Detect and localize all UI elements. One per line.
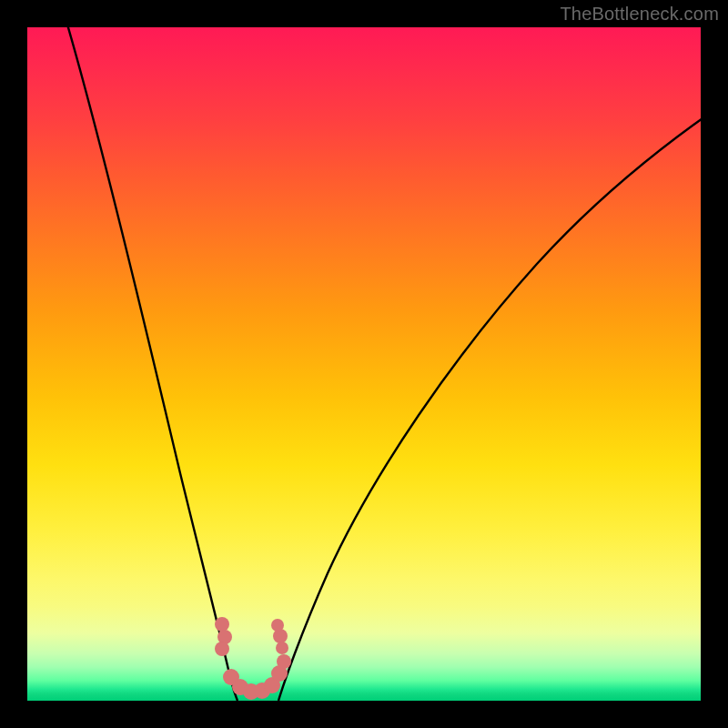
curve-left-branch — [66, 27, 238, 701]
svg-point-12 — [271, 619, 284, 632]
bottleneck-curve — [27, 27, 701, 701]
svg-point-0 — [215, 617, 229, 632]
plot-area — [27, 27, 701, 701]
svg-point-11 — [276, 642, 288, 654]
svg-point-9 — [277, 654, 291, 669]
chart-frame: TheBottleneck.com — [0, 0, 728, 728]
watermark-text: TheBottleneck.com — [560, 4, 719, 25]
curve-right-branch — [278, 118, 701, 701]
svg-point-2 — [215, 642, 229, 656]
